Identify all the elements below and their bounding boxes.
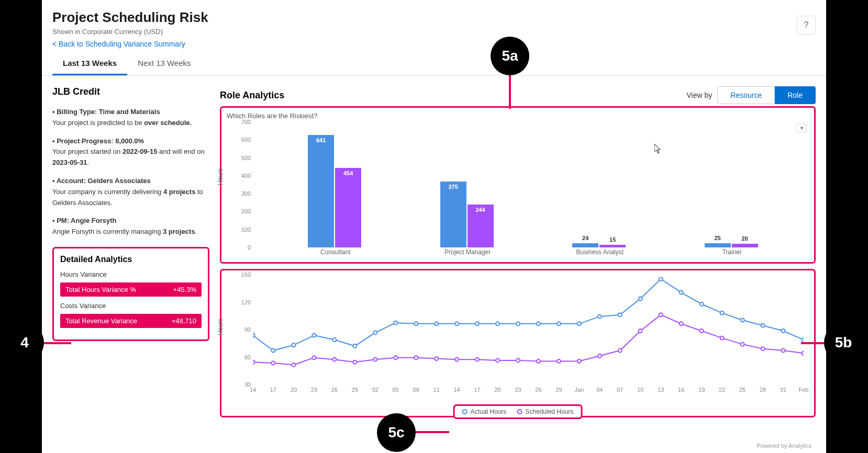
svg-point-28	[253, 360, 255, 364]
svg-point-48	[659, 313, 663, 316]
info-project-progress: • Project Progress: 8,000.0% Your projec…	[52, 136, 209, 168]
svg-point-53	[761, 347, 765, 350]
back-link[interactable]: < Back to Scheduling Variance Summary	[52, 40, 816, 48]
tab-last-13-weeks[interactable]: Last 13 Weeks	[52, 52, 127, 75]
svg-point-12	[496, 322, 499, 325]
svg-point-41	[516, 358, 520, 362]
info-pm: • PM: Angie Forsyth Angie Forsyth is cur…	[52, 216, 209, 237]
svg-point-18	[618, 313, 622, 316]
svg-point-27	[802, 338, 804, 342]
svg-point-10	[455, 322, 459, 325]
svg-point-9	[435, 322, 438, 325]
svg-point-34	[373, 358, 377, 361]
svg-point-49	[680, 322, 683, 325]
svg-point-31	[312, 356, 316, 359]
info-account: • Account: Gelders Associates Your compa…	[52, 176, 209, 208]
view-by-toggle: View by Resource Role	[687, 86, 816, 104]
tab-next-13-weeks[interactable]: Next 13 Weeks	[127, 52, 201, 75]
project-name: JLB Credit	[52, 86, 209, 97]
bar-chart-panel: Which Roles are the Riskiest? ▾ Hours 01…	[220, 106, 816, 264]
svg-point-37	[435, 357, 438, 360]
svg-point-3	[312, 334, 316, 337]
svg-point-22	[700, 302, 704, 306]
svg-point-16	[577, 322, 581, 325]
svg-point-29	[271, 361, 275, 365]
svg-point-52	[741, 343, 744, 346]
legend-dot-purple-icon	[517, 409, 522, 414]
role-analytics-title: Role Analytics	[220, 90, 284, 101]
svg-point-35	[394, 356, 397, 359]
svg-point-21	[680, 291, 683, 295]
svg-point-42	[537, 359, 540, 363]
svg-point-6	[373, 331, 377, 334]
svg-point-19	[639, 297, 642, 301]
svg-point-46	[618, 349, 622, 353]
tabs-bar: Last 13 Weeks Next 13 Weeks	[42, 52, 826, 76]
page-header: Project Scheduling Risk Shown in Corpora…	[42, 0, 826, 52]
line-y-axis-label: Hours	[217, 319, 224, 335]
svg-point-44	[577, 359, 581, 363]
svg-point-47	[639, 329, 642, 333]
legend-scheduled-hours[interactable]: Scheduled Hours	[517, 408, 573, 415]
callout-5b: 5b	[824, 323, 863, 362]
svg-point-26	[782, 329, 785, 333]
svg-point-32	[332, 358, 336, 361]
svg-point-8	[414, 322, 418, 325]
svg-point-25	[761, 324, 765, 327]
svg-point-23	[720, 311, 724, 315]
svg-point-2	[292, 343, 295, 347]
callout-4: 4	[5, 323, 44, 362]
svg-point-55	[802, 352, 804, 355]
legend-actual-hours[interactable]: Actual Hours	[462, 408, 507, 415]
view-by-label: View by	[687, 91, 713, 99]
role-bar-chart: Hours 0100200300400500600700 64145437524…	[227, 122, 809, 258]
total-hours-variance-row[interactable]: Total Hours Variance % +45.3%	[60, 282, 202, 297]
svg-point-14	[537, 322, 540, 325]
svg-point-38	[455, 358, 459, 361]
help-button[interactable]: ?	[797, 16, 816, 35]
callout-5a: 5a	[491, 37, 529, 75]
svg-point-0	[253, 334, 255, 337]
cursor-icon	[654, 144, 663, 157]
detailed-analytics-title: Detailed Analytics	[60, 255, 202, 264]
svg-point-4	[332, 338, 336, 342]
costs-variance-label: Costs Variance	[60, 302, 202, 310]
svg-point-1	[271, 349, 275, 353]
app-window: ? Project Scheduling Risk Shown in Corpo…	[42, 0, 826, 453]
page-title: Project Scheduling Risk	[52, 9, 816, 26]
svg-point-15	[557, 322, 561, 325]
svg-point-33	[353, 360, 357, 364]
svg-point-13	[516, 322, 520, 325]
svg-point-54	[782, 349, 785, 353]
detailed-analytics-panel: Detailed Analytics Hours Variance Total …	[52, 247, 209, 341]
svg-point-43	[557, 359, 561, 363]
svg-point-36	[414, 356, 418, 359]
svg-point-30	[292, 363, 295, 367]
legend-dot-blue-icon	[462, 409, 468, 414]
svg-point-24	[741, 319, 744, 322]
view-by-resource-button[interactable]: Resource	[717, 86, 775, 104]
bar-chart-question: Which Roles are the Riskiest?	[227, 112, 809, 120]
svg-point-7	[394, 321, 397, 325]
svg-point-45	[598, 354, 602, 358]
svg-point-50	[700, 329, 704, 333]
line-chart-panel: Hours 306090120150 141720232629020508111…	[220, 269, 816, 417]
svg-point-11	[475, 322, 479, 325]
callout-5c: 5c	[377, 413, 416, 452]
total-revenue-variance-row[interactable]: Total Revenue Variance +48,710	[60, 314, 202, 328]
hours-variance-label: Hours Variance	[60, 270, 202, 278]
svg-point-20	[659, 277, 663, 281]
hours-line-chart: Hours 306090120150 141720232629020508111…	[227, 275, 809, 405]
svg-point-5	[353, 344, 357, 348]
svg-point-17	[598, 315, 602, 319]
info-billing-type: • Billing Type: Time and Materials Your …	[52, 107, 209, 129]
page-subtitle: Shown in Corporate Currency (USD)	[52, 28, 816, 36]
view-by-role-button[interactable]: Role	[775, 86, 816, 104]
powered-by-footer: Powered by Analytics	[756, 443, 811, 449]
svg-point-51	[720, 336, 724, 340]
svg-point-40	[496, 358, 499, 362]
bar-y-axis-label: Hours	[217, 168, 224, 185]
line-chart-legend: Actual Hours Scheduled Hours	[453, 404, 583, 419]
svg-point-39	[475, 358, 479, 361]
